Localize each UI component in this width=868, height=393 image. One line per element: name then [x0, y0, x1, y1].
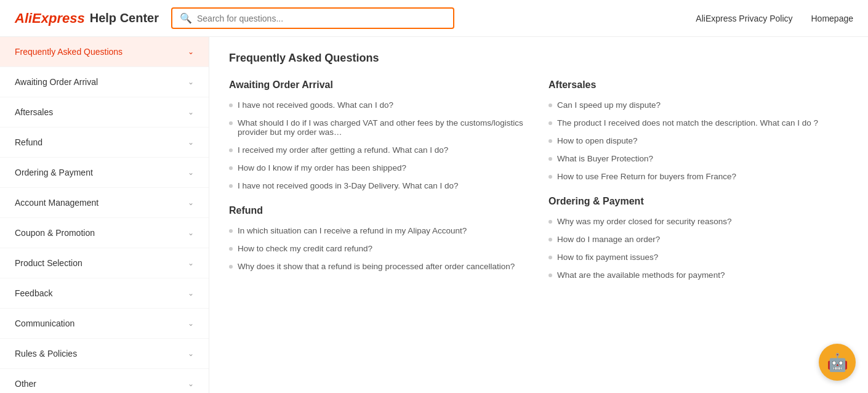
faq-question-text: I have not received goods. What can I do…	[238, 100, 393, 110]
sidebar-item-label: Aftersales	[15, 107, 53, 117]
faq-list-item[interactable]: I received my order after getting a refu…	[229, 145, 529, 155]
logo-aliexpress[interactable]: AliExpress	[15, 10, 85, 26]
faq-list: I have not received goods. What can I do…	[229, 100, 529, 190]
chevron-down-icon: ⌄	[188, 138, 194, 147]
faq-bullet	[229, 121, 233, 125]
faq-bullet	[229, 247, 233, 251]
faq-list-item[interactable]: The product I received does not match th…	[549, 118, 848, 128]
faq-question-text: How to open dispute?	[557, 136, 638, 145]
sidebar-item-other[interactable]: Other⌄	[0, 369, 209, 393]
faq-question-text: How to use Free Return for buyers from F…	[557, 172, 736, 181]
logo-help[interactable]: Help Center	[90, 11, 159, 25]
sidebar-item-label: Feedback	[15, 288, 52, 298]
chevron-down-icon: ⌄	[188, 259, 194, 267]
faq-list-item[interactable]: I have not received goods. What can I do…	[229, 100, 529, 110]
header-links: AliExpress Privacy Policy Homepage	[696, 14, 853, 23]
faq-list-item[interactable]: How to fix payment issues?	[549, 253, 848, 262]
faq-bullet	[549, 139, 552, 143]
header: AliExpress Help Center 🔍 AliExpress Priv…	[0, 0, 868, 37]
faq-question-text: In which situation can I receive a refun…	[238, 226, 467, 235]
search-bar[interactable]: 🔍	[171, 7, 454, 29]
faq-list-item[interactable]: How do I manage an order?	[549, 235, 848, 244]
faq-question-text: What are the available methods for payme…	[557, 270, 725, 280]
faq-bullet	[229, 184, 233, 188]
chevron-down-icon: ⌄	[188, 47, 194, 56]
sidebar-item-account-management[interactable]: Account Management⌄	[0, 188, 209, 218]
faq-question-text: I have not received goods in 3-Day Deliv…	[238, 181, 458, 190]
sidebar-item-label: Frequently Asked Questions	[15, 47, 123, 57]
sidebar: Frequently Asked Questions⌄Awaiting Orde…	[0, 37, 209, 393]
chevron-down-icon: ⌄	[188, 349, 194, 358]
faq-list-item[interactable]: What should I do if I was charged VAT an…	[229, 118, 529, 137]
logo-container: AliExpress Help Center	[15, 10, 159, 26]
faq-list-item[interactable]: Why was my order closed for security rea…	[549, 217, 848, 226]
faq-bullet	[549, 273, 552, 277]
sidebar-item-communication[interactable]: Communication⌄	[0, 309, 209, 339]
chevron-down-icon: ⌄	[188, 108, 194, 116]
sidebar-item-frequently-asked-questions[interactable]: Frequently Asked Questions⌄	[0, 37, 209, 67]
faq-list-item[interactable]: How to open dispute?	[549, 136, 848, 145]
faq-bullet	[549, 220, 552, 224]
faq-section-title: Awaiting Order Arrival	[229, 79, 529, 91]
faq-bullet	[229, 166, 233, 170]
sidebar-item-feedback[interactable]: Feedback⌄	[0, 278, 209, 309]
faq-bullet	[549, 238, 552, 241]
sidebar-item-label: Rules & Policies	[15, 349, 77, 359]
faq-list: Why was my order closed for security rea…	[549, 217, 848, 280]
sidebar-item-aftersales[interactable]: Aftersales⌄	[0, 97, 209, 128]
faq-list-item[interactable]: I have not received goods in 3-Day Deliv…	[229, 181, 529, 190]
privacy-policy-link[interactable]: AliExpress Privacy Policy	[696, 14, 792, 23]
sidebar-item-awaiting-order-arrival[interactable]: Awaiting Order Arrival⌄	[0, 67, 209, 97]
faq-right-column: AftersalesCan I speed up my dispute?The …	[549, 79, 848, 294]
faq-section-aftersales: AftersalesCan I speed up my dispute?The …	[549, 79, 848, 181]
sidebar-item-label: Communication	[15, 318, 74, 328]
faq-question-text: Why was my order closed for security rea…	[557, 217, 732, 226]
sidebar-item-label: Ordering & Payment	[15, 168, 93, 177]
faq-section-awaiting-order-arrival: Awaiting Order ArrivalI have not receive…	[229, 79, 529, 190]
faq-list-item[interactable]: How to check my credit card refund?	[229, 244, 529, 253]
sidebar-item-label: Refund	[15, 137, 42, 147]
sidebar-item-refund[interactable]: Refund⌄	[0, 128, 209, 158]
faq-section-title: Refund	[229, 205, 529, 216]
sidebar-item-rules-&-policies[interactable]: Rules & Policies⌄	[0, 339, 209, 369]
faq-bullet	[549, 103, 552, 107]
robot-chat-icon[interactable]: 🤖	[819, 344, 856, 381]
homepage-link[interactable]: Homepage	[811, 14, 854, 23]
faq-list-item[interactable]: How do I know if my order has been shipp…	[229, 163, 529, 172]
chevron-down-icon: ⌄	[188, 289, 194, 298]
faq-bullet	[229, 103, 233, 107]
sidebar-item-label: Account Management	[15, 198, 98, 208]
content-area: Frequently Asked Questions Awaiting Orde…	[209, 37, 868, 393]
faq-left-column: Awaiting Order ArrivalI have not receive…	[229, 79, 529, 294]
faq-bullet	[229, 265, 233, 269]
sidebar-item-ordering-&-payment[interactable]: Ordering & Payment⌄	[0, 158, 209, 188]
faq-list-item[interactable]: How to use Free Return for buyers from F…	[549, 172, 848, 181]
faq-question-text: How do I know if my order has been shipp…	[238, 163, 406, 172]
sidebar-item-label: Coupon & Promotion	[15, 228, 95, 238]
faq-list-item[interactable]: Can I speed up my dispute?	[549, 100, 848, 110]
sidebar-item-product-selection[interactable]: Product Selection⌄	[0, 248, 209, 278]
search-input[interactable]	[197, 14, 446, 23]
faq-question-text: What should I do if I was charged VAT an…	[238, 118, 529, 137]
faq-list-item[interactable]: In which situation can I receive a refun…	[229, 226, 529, 235]
faq-bullet	[549, 256, 552, 259]
faq-grid: Awaiting Order ArrivalI have not receive…	[229, 79, 848, 294]
faq-question-text: What is Buyer Protection?	[557, 154, 653, 163]
faq-list-item[interactable]: Why does it show that a refund is being …	[229, 262, 529, 271]
faq-question-text: How do I manage an order?	[557, 235, 660, 244]
faq-question-text: Can I speed up my dispute?	[557, 100, 661, 110]
faq-bullet	[549, 175, 552, 179]
faq-question-text: The product I received does not match th…	[557, 118, 818, 128]
faq-question-text: Why does it show that a refund is being …	[238, 262, 515, 271]
page-title: Frequently Asked Questions	[229, 52, 848, 65]
faq-bullet	[229, 148, 233, 152]
chevron-down-icon: ⌄	[188, 168, 194, 177]
chevron-down-icon: ⌄	[188, 229, 194, 237]
faq-section-title: Ordering & Payment	[549, 196, 848, 207]
faq-question-text: How to fix payment issues?	[557, 253, 658, 262]
faq-question-text: How to check my credit card refund?	[238, 244, 372, 253]
chevron-down-icon: ⌄	[188, 319, 194, 328]
sidebar-item-coupon-&-promotion[interactable]: Coupon & Promotion⌄	[0, 218, 209, 248]
faq-list-item[interactable]: What are the available methods for payme…	[549, 270, 848, 280]
faq-list-item[interactable]: What is Buyer Protection?	[549, 154, 848, 163]
